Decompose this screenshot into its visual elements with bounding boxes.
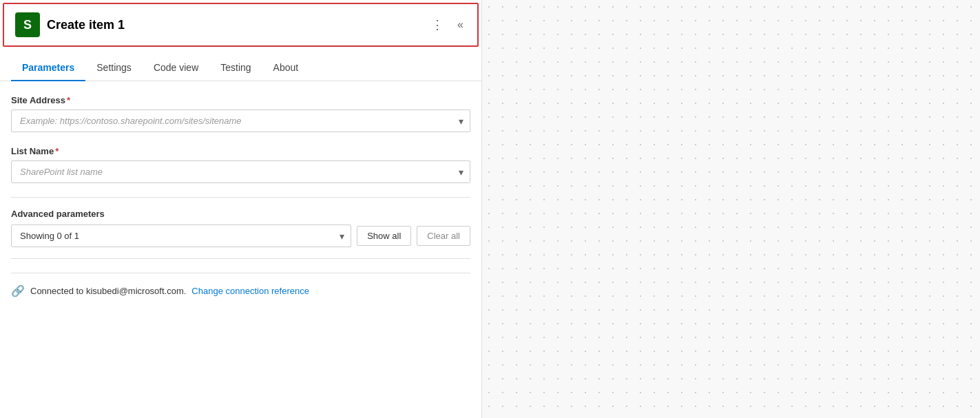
advanced-select-wrapper: Showing 0 of 1 ▾ — [11, 224, 351, 247]
connection-info: 🔗 Connected to kisubedi@microsoft.com. C… — [11, 273, 470, 297]
list-name-label: List Name* — [11, 146, 470, 156]
show-all-button[interactable]: Show all — [357, 226, 411, 246]
header-actions: ⋮ « — [428, 14, 466, 35]
left-panel: S Create item 1 ⋮ « Parameters Settings … — [0, 0, 482, 418]
advanced-parameters-select[interactable]: Showing 0 of 1 — [11, 224, 351, 247]
flow-canvas: Manually trigger a flow + S Create item … — [482, 0, 980, 418]
advanced-controls: Showing 0 of 1 ▾ Show all Clear all — [11, 224, 470, 247]
site-address-select[interactable]: Example: https://contoso.sharepoint.com/… — [11, 109, 470, 132]
divider-2 — [11, 258, 470, 259]
list-name-select-wrapper: SharePoint list name ▾ — [11, 160, 470, 183]
header: S Create item 1 ⋮ « — [3, 3, 479, 47]
collapse-button[interactable]: « — [455, 16, 466, 34]
change-connection-link[interactable]: Change connection reference — [191, 286, 309, 296]
tab-parameters[interactable]: Parameters — [11, 55, 85, 81]
site-address-group: Site Address* Example: https://contoso.s… — [11, 95, 470, 132]
tab-about[interactable]: About — [262, 55, 310, 81]
tab-testing[interactable]: Testing — [209, 55, 262, 81]
page-title: Create item 1 — [47, 18, 125, 32]
tabs-container: Parameters Settings Code view Testing Ab… — [0, 55, 481, 81]
advanced-label: Advanced parameters — [11, 209, 470, 219]
site-address-label: Site Address* — [11, 95, 470, 105]
tab-settings[interactable]: Settings — [85, 55, 143, 81]
connection-text: Connected to kisubedi@microsoft.com. — [30, 286, 186, 296]
list-name-select[interactable]: SharePoint list name — [11, 160, 470, 183]
list-name-group: List Name* SharePoint list name ▾ — [11, 146, 470, 183]
clear-all-button[interactable]: Clear all — [417, 226, 470, 246]
tab-codeview[interactable]: Code view — [143, 55, 209, 81]
header-left: S Create item 1 — [15, 12, 125, 37]
sp-icon: S — [15, 12, 40, 37]
site-address-select-wrapper: Example: https://contoso.sharepoint.com/… — [11, 109, 470, 132]
more-options-button[interactable]: ⋮ — [428, 14, 446, 35]
connection-icon: 🔗 — [11, 284, 25, 297]
advanced-section: Advanced parameters Showing 0 of 1 ▾ Sho… — [11, 209, 470, 247]
form-content: Site Address* Example: https://contoso.s… — [0, 81, 481, 418]
divider-1 — [11, 197, 470, 198]
